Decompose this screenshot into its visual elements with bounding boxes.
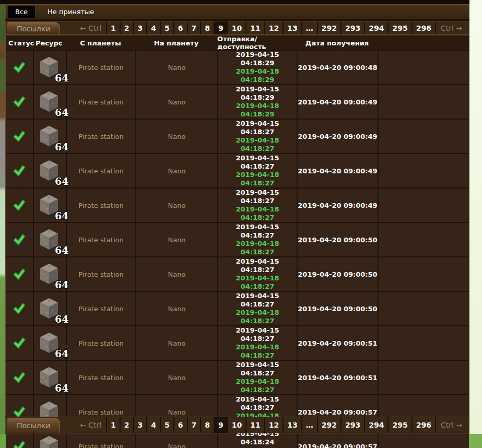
page-number-6[interactable]: 6 (174, 21, 188, 34)
from-planet-cell: Pirate station (66, 120, 135, 153)
parcels-tab-button[interactable]: Посылки (7, 22, 60, 34)
next-page-button[interactable]: Ctrl → (436, 24, 467, 32)
status-check-icon (13, 302, 26, 315)
page-number-3[interactable]: 3 (134, 21, 148, 34)
status-check-icon (13, 371, 26, 384)
page-number-293[interactable]: 293 (342, 417, 365, 433)
page-number-8[interactable]: 8 (201, 21, 215, 34)
status-check-icon (13, 440, 26, 448)
page-number-6[interactable]: 6 (174, 417, 188, 433)
page-number-4[interactable]: 4 (147, 417, 161, 433)
next-page-button[interactable]: Ctrl → (436, 421, 467, 429)
page-number-295[interactable]: 295 (389, 417, 412, 433)
to-planet: Nano (168, 408, 186, 416)
page-number-292[interactable]: 292 (318, 417, 342, 433)
status-check-icon (13, 130, 26, 143)
available-date: 2019-04-18 04:18:27 (218, 378, 297, 394)
sent-date: 2019-04-15 04:18:27 (218, 257, 297, 274)
page-number-4[interactable]: 4 (147, 21, 161, 34)
page-number-294[interactable]: 294 (365, 417, 389, 433)
pager-endpad (467, 417, 469, 433)
status-cell (6, 120, 33, 153)
status-check-icon (13, 96, 26, 108)
page-number-13[interactable]: 13 (284, 417, 302, 433)
page-number-12[interactable]: 12 (265, 417, 284, 433)
received-cell: 2019-04-20 09:00:49 (297, 120, 378, 153)
prev-page-button[interactable]: ← Ctrl (75, 421, 106, 429)
page-number-7[interactable]: 7 (188, 417, 202, 433)
page-number-2[interactable]: 2 (121, 21, 134, 34)
page-number-296[interactable]: 296 (413, 21, 436, 34)
parcels-tab-button[interactable]: Посылки (7, 418, 60, 433)
col-header-from-planet: С планеты (66, 36, 135, 50)
page-number-293[interactable]: 293 (342, 21, 365, 34)
table-row: 64 Pirate station Nano 2019-04-15 04:18:… (6, 153, 469, 187)
page-ellipsis: … (302, 21, 318, 34)
received-date: 2019-04-20 09:00:48 (298, 64, 377, 72)
resource-cell: 64 (33, 223, 66, 256)
page-number-5[interactable]: 5 (161, 417, 174, 433)
received-date: 2019-04-20 09:00:49 (298, 98, 377, 106)
resource-count: 64 (55, 107, 68, 118)
status-cell (6, 326, 33, 360)
to-planet: Nano (168, 236, 186, 244)
page-number-5[interactable]: 5 (161, 21, 174, 34)
page-number-11[interactable]: 11 (246, 21, 265, 34)
pager-endpad (467, 21, 469, 34)
to-planet: Nano (168, 270, 186, 278)
sent-date: 2019-04-15 04:18:29 (218, 51, 297, 67)
sent-available-cell: 2019-04-15 04:18:27 2019-04-18 04:18:27 (217, 326, 297, 360)
to-planet: Nano (168, 443, 186, 448)
pager-spacer (60, 21, 75, 34)
received-date: 2019-04-20 09:00:51 (298, 339, 377, 347)
page-number-10[interactable]: 10 (228, 21, 246, 34)
page-number-1[interactable]: 1 (107, 21, 121, 34)
available-date: 2019-04-18 04:18:29 (218, 102, 297, 119)
page-number-7[interactable]: 7 (188, 21, 202, 34)
sent-date: 2019-04-15 04:18:27 (218, 292, 297, 309)
page-number-1[interactable]: 1 (107, 417, 121, 433)
sent-date: 2019-04-15 04:18:27 (218, 395, 297, 412)
game-world-left-strip (0, 0, 5, 434)
sent-available-cell: 2019-04-15 04:18:27 2019-04-18 04:18:27 (217, 120, 297, 153)
from-planet: Pirate station (78, 133, 123, 140)
page-number-292[interactable]: 292 (318, 21, 342, 34)
empty-cell (378, 85, 469, 119)
resource-cell: 64 (33, 51, 66, 84)
to-planet-cell: Nano (135, 292, 217, 325)
page-number-295[interactable]: 295 (389, 21, 412, 34)
page-number-3[interactable]: 3 (134, 417, 148, 433)
filter-tabbar: Все Не принятые (5, 4, 469, 19)
resource-count: 64 (55, 141, 68, 152)
from-planet: Pirate station (78, 270, 123, 278)
to-planet: Nano (168, 305, 186, 313)
sent-available-cell: 2019-04-15 04:18:29 2019-04-18 04:18:29 (217, 85, 297, 119)
resource-cell: 64 (33, 257, 66, 291)
received-cell: 2019-04-20 09:00:51 (297, 326, 378, 360)
received-cell: 2019-04-20 09:00:51 (297, 361, 378, 394)
page-ellipsis: … (302, 417, 318, 433)
page-number-294[interactable]: 294 (365, 21, 389, 34)
sent-date: 2019-04-15 04:18:29 (218, 85, 297, 102)
page-number-8[interactable]: 8 (201, 417, 215, 433)
page-number-296[interactable]: 296 (413, 417, 436, 433)
page-number-12[interactable]: 12 (265, 21, 284, 34)
prev-page-button[interactable]: ← Ctrl (75, 24, 106, 32)
resource-cell: 64 (33, 292, 66, 325)
from-planet-cell: Pirate station (66, 361, 135, 394)
received-date: 2019-04-20 09:00:49 (298, 167, 377, 175)
page-number-9[interactable]: 9 (215, 21, 228, 34)
page-number-10[interactable]: 10 (228, 417, 246, 433)
sent-date: 2019-04-15 04:18:27 (218, 223, 297, 240)
table-row: 64 Pirate station Nano 2019-04-15 04:18:… (6, 256, 469, 291)
page-number-9[interactable]: 9 (215, 417, 228, 433)
status-check-icon (13, 61, 26, 74)
from-planet: Pirate station (78, 167, 123, 175)
page-number-2[interactable]: 2 (121, 417, 134, 433)
page-number-11[interactable]: 11 (246, 417, 265, 433)
table-header-row: Статус Ресурс С планеты На планету Отпра… (6, 36, 469, 50)
tab-all[interactable]: Все (8, 6, 35, 18)
page-number-13[interactable]: 13 (284, 21, 302, 34)
tab-not-accepted[interactable]: Не принятые (40, 6, 101, 18)
available-date: 2019-04-18 04:18:29 (218, 67, 297, 84)
